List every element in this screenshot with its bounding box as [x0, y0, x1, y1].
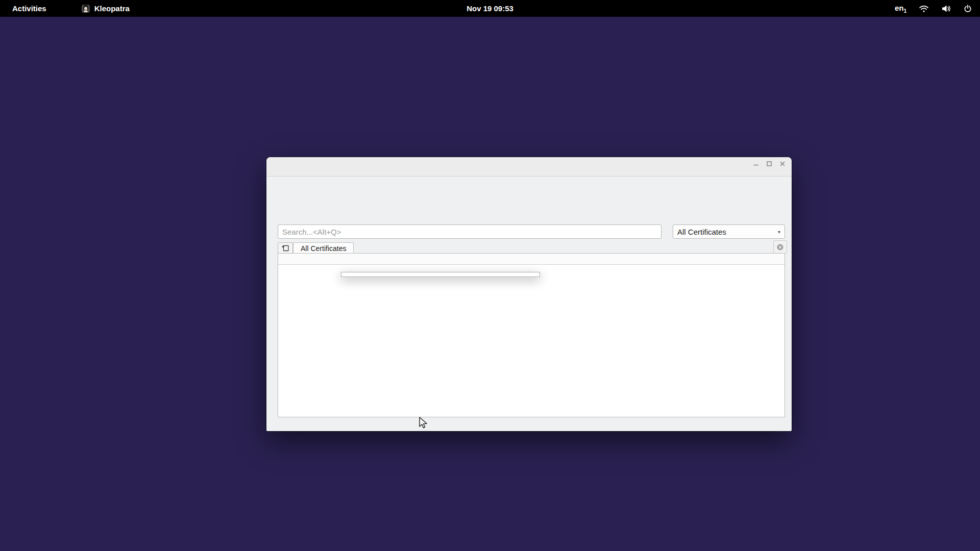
certificates-view: All Certificates ▾ All Certificates [278, 223, 785, 418]
keyboard-layout-indicator[interactable]: en1 [895, 4, 906, 14]
minimize-button[interactable] [752, 160, 760, 168]
activities-button[interactable]: Activities [8, 3, 51, 14]
titlebar[interactable] [266, 157, 792, 170]
app-indicator[interactable]: Kleopatra [81, 4, 130, 13]
clock[interactable]: Nov 19 09:53 [467, 4, 513, 13]
kleopatra-window: All Certificates ▾ All Certificates [266, 157, 792, 431]
new-tab-icon [281, 244, 289, 252]
close-button[interactable] [778, 160, 787, 168]
chevron-down-icon: ▾ [778, 229, 780, 235]
status-cluster[interactable]: en1 [895, 4, 972, 14]
app-name: Kleopatra [94, 4, 130, 13]
certificates-table [278, 253, 785, 417]
close-tab-button[interactable] [773, 240, 787, 254]
toolbar [266, 172, 792, 177]
new-tab-button[interactable] [278, 242, 293, 254]
kleopatra-app-icon [81, 4, 90, 13]
power-icon[interactable] [964, 5, 972, 13]
search-input[interactable] [278, 224, 662, 239]
window-controls [752, 157, 787, 170]
top-bar: Activities Kleopatra Nov 19 09:53 en1 [0, 0, 980, 17]
maximize-button[interactable] [765, 160, 773, 168]
volume-icon[interactable] [941, 5, 951, 13]
mouse-cursor [419, 417, 430, 431]
table-header [278, 254, 785, 265]
wifi-icon[interactable] [919, 5, 929, 13]
tab-all-certificates[interactable]: All Certificates [293, 242, 354, 254]
close-tab-icon [776, 243, 784, 251]
certificate-context-menu [341, 272, 540, 277]
certificate-filter-dropdown[interactable]: All Certificates ▾ [673, 224, 785, 239]
